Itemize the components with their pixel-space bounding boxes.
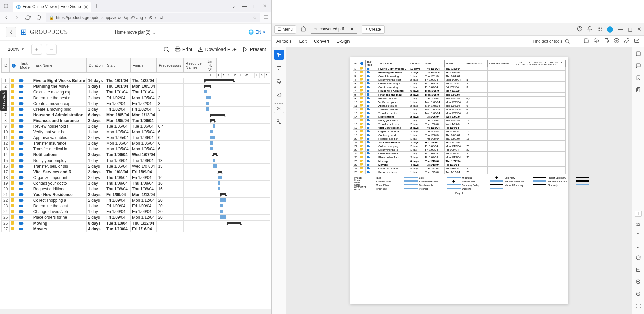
mail-icon[interactable] xyxy=(634,38,639,44)
zoom-in-button[interactable]: + xyxy=(31,44,42,55)
table-row[interactable]: 3Calculate moving exp1 dayThu 1/01/04Thu… xyxy=(2,89,270,95)
download-button[interactable]: Download PDF xyxy=(198,46,237,52)
table-row[interactable]: 7Household Administration6 daysMon 1/05/… xyxy=(2,112,270,118)
table-row[interactable]: 19Contact your docto1 dayThu 1/08/04Thu … xyxy=(2,181,270,186)
th-res[interactable]: Resource Names xyxy=(183,58,204,73)
close-window-icon[interactable]: ✕ xyxy=(263,3,267,9)
back-button[interactable] xyxy=(3,14,10,21)
table-row[interactable]: 24Change drivers/veh1 dayFri 1/09/04Fri … xyxy=(2,209,270,215)
zoom-in-icon[interactable] xyxy=(636,279,641,286)
help-icon[interactable] xyxy=(577,26,582,33)
feedback-tab[interactable]: Feedback xyxy=(0,90,7,111)
zoom-out-icon[interactable] xyxy=(636,291,641,298)
chevron-up-icon[interactable]: ⌃ xyxy=(636,232,640,238)
pages-icon[interactable] xyxy=(636,87,641,94)
th-duration[interactable]: Duration xyxy=(87,58,105,73)
th-taskname[interactable]: Task Name xyxy=(32,58,86,73)
create-button[interactable]: +Create xyxy=(362,25,385,34)
menu-esign[interactable]: E-Sign xyxy=(336,39,350,44)
text-tool-icon[interactable]: ¦A¦ xyxy=(274,103,284,113)
th-info[interactable]: i xyxy=(10,58,18,73)
table-row[interactable]: 15Notify your employ1 dayTue 1/06/04Tue … xyxy=(2,158,270,164)
acrobat-menu-button[interactable]: ☰Menu xyxy=(274,25,296,34)
table-row[interactable]: 2Planning the Move3 daysThu 1/01/04Mon 1… xyxy=(2,84,270,89)
print-button[interactable]: Print xyxy=(175,46,192,52)
eraser-tool-icon[interactable] xyxy=(274,90,284,100)
table-row[interactable]: 9Review household f1 dayTue 1/06/04Tue 1… xyxy=(2,124,270,129)
save-icon[interactable] xyxy=(584,38,589,44)
th-pred[interactable]: Predecessors xyxy=(157,58,183,73)
table-row[interactable]: 26Moving8 daysTue 1/13/04Thu 1/22/04 xyxy=(2,221,270,226)
table-row[interactable]: 14Notifications2 daysTue 1/06/04Wed 1/07… xyxy=(2,152,270,158)
comment-tool-icon[interactable] xyxy=(274,63,284,73)
panel-icon[interactable] xyxy=(636,51,641,58)
find-input[interactable]: Find text or tools xyxy=(533,39,575,44)
forward-button[interactable] xyxy=(13,14,21,21)
apps-icon[interactable] xyxy=(597,26,602,33)
zoom-selector[interactable]: 100% ▼ xyxy=(5,45,27,53)
gd-back-button[interactable] xyxy=(6,27,16,37)
home-icon[interactable] xyxy=(301,26,306,33)
search-button[interactable] xyxy=(163,46,169,52)
print-icon[interactable] xyxy=(604,38,609,44)
hamburger-menu-icon[interactable] xyxy=(263,14,269,21)
th-finish[interactable]: Finish xyxy=(130,58,156,73)
url-input[interactable]: 🔒 https://products.groupdocs.app/viewer/… xyxy=(46,13,260,22)
table-row[interactable]: 8Finances and Insurance2 daysMon 1/05/04… xyxy=(2,118,270,124)
bell-icon[interactable] xyxy=(587,26,592,33)
table-row[interactable]: 18Organize important2 daysThu 1/08/04Fri… xyxy=(2,175,270,181)
maximize-icon[interactable]: ◻ xyxy=(253,3,257,9)
chat-icon[interactable] xyxy=(636,63,641,70)
bookmark-star-icon[interactable]: ☆ xyxy=(253,15,257,20)
table-row[interactable]: 21Your New Residence2 daysFri 1/09/04Mon… xyxy=(2,192,270,198)
tabs-overview-icon[interactable] xyxy=(3,3,9,9)
table-row[interactable]: 12Transfer insurance1 dayMon 1/05/04Mon … xyxy=(2,141,270,146)
shield-icon[interactable] xyxy=(35,14,42,21)
share-icon[interactable] xyxy=(614,38,619,44)
table-row[interactable]: 1Five to Eight Weeks Before16 daysThu 1/… xyxy=(2,78,270,84)
rotate-icon[interactable] xyxy=(636,255,641,262)
table-row[interactable]: 13Transfer medical in1 dayMon 1/05/04Mon… xyxy=(2,146,270,152)
table-row[interactable]: 20Request additional r1 dayThu 1/08/04Th… xyxy=(2,186,270,192)
gd-language-selector[interactable]: 🌐 EN ▾ xyxy=(248,29,265,35)
link-icon[interactable] xyxy=(624,38,629,44)
th-taskmode[interactable]: Task Mode xyxy=(18,58,32,73)
reload-button[interactable] xyxy=(24,14,32,21)
pointer-tool-icon[interactable] xyxy=(274,50,284,60)
close-icon[interactable]: ✕ xyxy=(350,27,354,32)
menu-convert[interactable]: Convert xyxy=(314,39,329,44)
page-current[interactable]: 1 xyxy=(635,211,641,217)
zoom-out-button[interactable]: − xyxy=(46,44,57,55)
highlight-tool-icon[interactable] xyxy=(274,76,284,86)
close-icon[interactable] xyxy=(83,4,88,9)
bookmark-icon[interactable] xyxy=(636,75,641,82)
star-outline-icon[interactable]: ☆ xyxy=(314,27,318,32)
chevron-down-icon[interactable]: ⌄ xyxy=(636,243,640,250)
th-start[interactable]: Start xyxy=(105,58,130,73)
new-tab-button[interactable] xyxy=(93,2,101,10)
table-row[interactable]: 22Collect shopping a2 daysFri 1/09/04Mon… xyxy=(2,198,270,203)
table-row[interactable]: 6Create a moving bind1 dayFri 1/02/04Fri… xyxy=(2,107,270,112)
fullscreen-icon[interactable] xyxy=(636,303,641,310)
minimize-icon[interactable]: — xyxy=(618,26,623,33)
pdf-viewport[interactable]: ID i Task Mod Task Name Duration Start F… xyxy=(286,47,632,314)
table-row[interactable]: 11Appraise valuables2 daysMon 1/05/04Tue… xyxy=(2,135,270,141)
menu-edit[interactable]: Edit xyxy=(299,39,307,44)
table-row[interactable]: 4Determine the best m2 daysFri 1/02/04Mo… xyxy=(2,95,270,101)
cloud-icon[interactable] xyxy=(594,38,599,44)
maximize-icon[interactable]: ◻ xyxy=(628,26,632,33)
th-id[interactable]: ID xyxy=(2,58,10,73)
table-row[interactable]: 16Transfer, sell, or dis2 daysTue 1/06/0… xyxy=(2,164,270,169)
table-row[interactable]: 25Place orders for ne2 daysFri 1/09/04Mo… xyxy=(2,215,270,221)
minimize-icon[interactable]: — xyxy=(242,3,247,9)
table-row[interactable]: 10Verify that your bel1 dayMon 1/05/04Mo… xyxy=(2,129,270,135)
horizontal-scrollbar[interactable] xyxy=(0,309,271,314)
menu-all-tools[interactable]: All tools xyxy=(276,39,292,44)
avatar[interactable] xyxy=(607,26,613,33)
table-row[interactable]: 23Determine the locat1 dayFri 1/09/04Fri… xyxy=(2,203,270,209)
browser-tab[interactable]: Free Online Viewer | Free Group xyxy=(13,2,91,12)
table-row[interactable]: 17Vital Services and R2 daysThu 1/08/04F… xyxy=(2,169,270,175)
table-row[interactable]: 5Create a moving-exp1 dayFri 1/02/04Fri … xyxy=(2,101,270,107)
fit-width-icon[interactable] xyxy=(636,267,641,274)
close-window-icon[interactable]: ✕ xyxy=(637,26,641,33)
